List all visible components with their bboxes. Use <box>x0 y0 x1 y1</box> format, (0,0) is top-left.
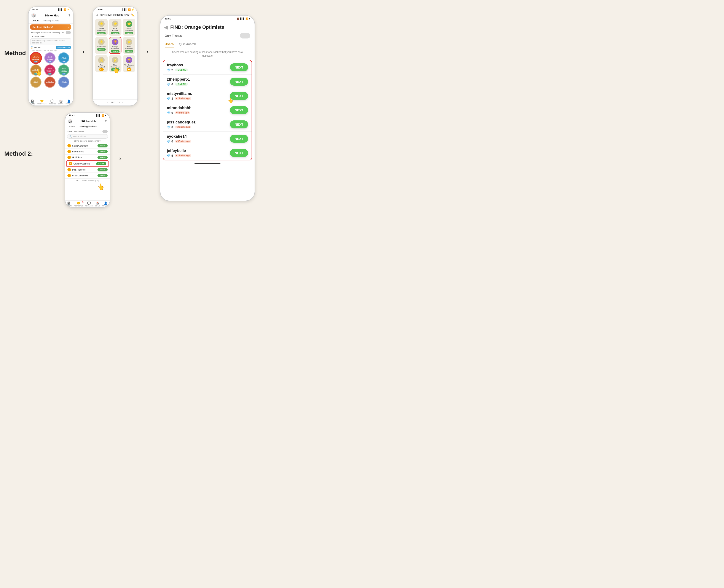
sticker-blue-barons[interactable]: ⭐ Blue Barons Search <box>109 19 122 36</box>
phone1-nav-message[interactable]: 💬 MESSAGE <box>48 100 56 105</box>
user-row-mistywilliams: mistywilliams 💎 3 • 26 mins ago NEXT 👆 <box>163 89 252 103</box>
sticker-count-jessicabosquez: 💎 0 <box>167 125 173 129</box>
finger3: 👆 <box>97 183 105 191</box>
sticker-red-respect[interactable]: ⭐ Red Respect +1 <box>95 55 108 72</box>
phone4-user-list: trayboss 💎 2 • ONLINE NEXT ztheripper51 … <box>163 60 252 161</box>
phone1-promo-arrow: › <box>68 26 69 28</box>
phone1-set5[interactable]: SET 5 WHEELCHAIRRUGBY 0/9 <box>44 64 56 76</box>
pink-pio-search-sm[interactable]: Search <box>98 168 108 171</box>
phone1-bottom-nav: 📓 ALBUM 🤝 PROPOSALS 💬 MESSAGE 🎲 BONUS 👤 … <box>28 98 73 105</box>
status-ayokatie14: • 57 mins ago <box>175 140 191 143</box>
final-rank: 1 <box>67 174 71 177</box>
green-glad-label: Green Gladiators <box>124 28 134 31</box>
phone1-set6[interactable]: SET 6 CABERTOSSING 1/9 <box>58 64 69 76</box>
orange-opt-icon: 🏆 <box>112 39 119 45</box>
phone1-header: 🎲 StickerHub ⬆ <box>28 12 73 19</box>
phone4-find-title: FIND: Orange Optimists <box>170 24 224 30</box>
starlit-icon: ⭐ <box>98 21 105 27</box>
phone3-nav-bonus[interactable]: 🎲 BONUS <box>95 202 100 207</box>
phone1-set9[interactable]: SET 9 ARCHERY <box>58 77 69 88</box>
finger2: 👆 <box>112 66 120 74</box>
phone1-import-btn[interactable]: ↑ Import Album <box>56 46 71 49</box>
gold-stars-search-btn[interactable]: Search <box>97 48 105 50</box>
phone1-promo-text: Get Free Stickers! <box>33 26 53 28</box>
sticker-gold-stars[interactable]: ⭐ Gold Stars Search <box>95 37 108 54</box>
phone3-status-icons: ▌▌▌📶■ <box>96 114 106 117</box>
phone3-nav-album[interactable]: 📓 ALBUM <box>66 202 71 207</box>
phone3-tab-missing[interactable]: Missing Stickers <box>77 125 99 129</box>
phone1-tab-missing[interactable]: Missing Stickers <box>41 19 61 23</box>
phone4-tab-users[interactable]: Users <box>165 42 174 48</box>
phone3-search-bar[interactable]: 🔍 Search Stickers... <box>67 134 108 139</box>
red-resp-icon: ⭐ <box>98 57 105 63</box>
phone3-sticker-gold-stars[interactable]: 1 Gold Stars Search <box>65 154 110 161</box>
phone1-set1[interactable]: SET 1 OPENINGCEREMONY 1/9 <box>30 52 42 64</box>
user-meta-jeffeybelle: 💎 5 • 25 mins ago <box>167 154 191 158</box>
sticker-count-jeffeybelle: 💎 5 <box>167 154 173 158</box>
username-mirandahhhh: mirandahhhh <box>167 106 191 110</box>
phone1-time: 15:39 <box>32 8 38 11</box>
phone4-user-tabs: Users Quickmatch <box>161 40 255 48</box>
next-btn-mirandahhhh[interactable]: NEXT <box>230 106 248 114</box>
next-btn-trayboss[interactable]: NEXT <box>230 63 248 71</box>
phone1-nav-profile[interactable]: 👤 PROFILE <box>65 100 72 105</box>
phone3-sticker-blue-barons[interactable]: 1 Blue Barons Search <box>65 149 110 154</box>
next-btn-jeffeybelle[interactable]: NEXT <box>230 149 248 157</box>
orange-opt-search-btn[interactable]: Search <box>111 50 119 52</box>
phone1-promo-banner[interactable]: Get Free Stickers! › <box>30 24 71 29</box>
phone3-time: 18:41 <box>69 114 75 117</box>
phone2-status-bar: 15:39 ▌▌▌📶⚡ <box>93 7 137 12</box>
phone1-trade-input[interactable]: Describe today's trade counts, desired s… <box>30 39 71 45</box>
phone1-set2[interactable]: SET 2 SHIELDBREAKER 2/9 <box>44 52 56 64</box>
blue-barons-search-sm[interactable]: Search <box>98 150 108 153</box>
next-btn-mistywilliams[interactable]: NEXT 👆 <box>230 92 248 100</box>
phone4-tab-quickmatch[interactable]: Quickmatch <box>179 42 196 48</box>
phone3-sticker-pink-pio[interactable]: 1 Pink Pioneers Search <box>65 167 110 173</box>
final-search-sm[interactable]: Search <box>98 174 108 177</box>
phone1-set3[interactable]: SET 3 ROWING 2/9 <box>58 52 69 64</box>
next-btn-ztheripper51[interactable]: NEXT <box>230 78 248 86</box>
phone3-sticker-final[interactable]: 1 Final Countdown Search <box>65 173 110 178</box>
user-row-mirandahhhh: mirandahhhh 💎 0 • 5 mins ago NEXT <box>163 103 252 118</box>
user-info-mirandahhhh: mirandahhhh 💎 0 • 5 mins ago <box>167 106 191 114</box>
phone1-nav-proposals[interactable]: 🤝 PROPOSALS <box>37 100 46 105</box>
user-row-ayokatie14: ayokatie14 💎 0 • 57 mins ago NEXT <box>163 132 252 146</box>
phone4-friends-toggle[interactable] <box>240 33 250 39</box>
phone1-set7[interactable]: SET 7 SPRINT <box>30 77 42 88</box>
phone1-title: StickerHub <box>44 14 60 17</box>
phone1-exchange-status: Exchange Status <box>28 35 73 38</box>
phone1-exchange-row: Exchanges available on Monopoly Go! <box>28 30 73 35</box>
phone4-find-header: ◀ FIND: Orange Optimists <box>161 22 255 31</box>
phone3-nav-profile[interactable]: 👤 PROFILE <box>102 202 109 207</box>
phone3-nav-proposals[interactable]: 🤝 PROPOSALS ● <box>74 202 83 207</box>
sticker-orange-optimists[interactable]: 🏆 Orange Optimists Search <box>109 37 122 54</box>
starlit-search-btn[interactable]: Search <box>97 32 105 34</box>
phone3-tab-album[interactable]: Album <box>67 125 77 129</box>
phone1-set8[interactable]: SET 8 ON TARGET <box>44 77 56 88</box>
phone1-nav-album[interactable]: 📓 ALBUM <box>29 100 35 105</box>
phone3-status-bar: 18:41 ▌▌▌📶■ <box>65 113 110 118</box>
phone1-tab-album[interactable]: Album <box>30 19 41 23</box>
gold-stars-search-sm[interactable]: Search <box>98 156 108 159</box>
user-meta-ztheripper51: 💎 0 • ONLINE <box>167 83 190 86</box>
phone1-nav-bonus[interactable]: 🎲 BONUS <box>58 100 64 105</box>
phone1-status-bar: 15:39 ▌▌▌📶⚡ <box>28 7 73 12</box>
phone3-nav-message[interactable]: 💬 MESSAGE <box>85 202 93 207</box>
username-jeffeybelle: jeffeybelle <box>167 148 191 153</box>
sticker-green-gladiators[interactable]: ⭐ Green Gladiators Search <box>123 19 135 36</box>
sticker-starlit-ceremony[interactable]: ⭐ Starlit Ceremony Search <box>95 19 108 36</box>
orange-opt-search-sm[interactable]: Search <box>96 162 106 165</box>
sticker-games-begin[interactable]: 🏆 The Games Begin +1 <box>123 55 135 72</box>
phone4-subtitle: Users who are missing at least one stick… <box>161 48 255 60</box>
starlit-search-sm[interactable]: Search <box>98 144 108 147</box>
pink-pio-search-btn[interactable]: Search <box>125 50 133 52</box>
phone3-sticker-orange-opt[interactable]: 1 Orange Optimists Search <box>66 161 109 167</box>
next-btn-jessicabosquez[interactable]: NEXT <box>230 120 248 128</box>
phone1-exchange-toggle[interactable] <box>66 31 71 34</box>
phone3-sticker-starlit[interactable]: 1 Starlit Ceremony Search <box>65 143 110 149</box>
phone3-gold-toggle[interactable] <box>103 130 108 133</box>
sticker-pink-pioneers[interactable]: ⭐ Pink Pioneers Search <box>123 37 135 54</box>
next-btn-ayokatie14[interactable]: NEXT <box>230 135 248 143</box>
blue-barons-search-btn[interactable]: Search <box>111 32 119 34</box>
green-glad-search-btn[interactable]: Search <box>125 32 133 34</box>
